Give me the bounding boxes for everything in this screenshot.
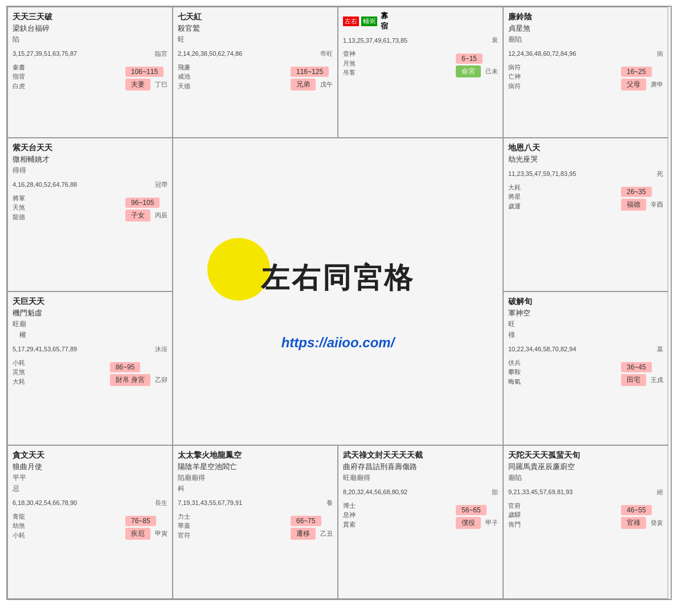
cell4-small-labels: 病符 亡神 病符 (508, 63, 521, 91)
cell8-ganzhi: 王戍 (651, 376, 663, 384)
cell9-age: 76~85 (125, 516, 156, 526)
cell1-badge: 夫妻 (125, 79, 150, 91)
cell12-title: 天陀天天天孤蜚天旬 (508, 449, 663, 461)
cell-7: 天巨天天 機門魁虛 旺廟 權 5,17,29,41,53,65,77,89 沐浴… (7, 291, 173, 445)
cell2-ganzhi: 戊午 (320, 80, 333, 89)
cell5-title: 紫天台天天 (13, 142, 168, 154)
cell9-age-row: 76~85 (125, 516, 168, 526)
cell9-subtitle: 狼曲月使 (13, 461, 168, 473)
cell5-numbers: 4,16,28,40,52,64,76,88 (13, 181, 77, 188)
cell3-badge-green: 命宮 (456, 65, 481, 77)
cell8-palace: 墓 (657, 345, 663, 354)
cell5-numbers-row: 4,16,28,40,52,64,76,88 冠帶 (13, 180, 168, 189)
cell1-age-row: 106~115 (125, 67, 168, 77)
cell7-age-row: 86~95 (110, 362, 168, 372)
cell6-subtitle: 劫光座哭 (508, 154, 663, 165)
cell12-numbers: 9,21,33,45,57,69,81,93 (508, 488, 573, 495)
cell5-age: 96~105 (125, 198, 160, 208)
cell10-small-labels: 力士 華蓋 官符 (178, 512, 190, 540)
cell10-numbers: 7,19,31,43,55,67,79,91 (178, 499, 242, 506)
cell9-ganzhi: 甲寅 (155, 529, 168, 538)
cell-12: 天陀天天天孤蜚天旬 同羅馬貴巫辰廉廚空 廟陷 9,21,33,45,57,69,… (503, 445, 668, 599)
cell8-numbers-row: 10,22,34,46,58,70,82,94 墓 (508, 345, 663, 354)
cell11-age-row: 56~65 (456, 505, 498, 515)
cell6-title: 地恩八天 (508, 142, 663, 154)
cell10-numbers-row: 7,19,31,43,55,67,79,91 養 (178, 499, 333, 507)
cell5-status: 得得 (13, 165, 168, 176)
cell10-status: 陷廟廟得 科 (178, 473, 333, 494)
cell3-ganzhi: 己未 (485, 67, 498, 76)
cell2-title: 七天紅 (178, 11, 333, 23)
cell-11: 武天祿文封天天天天截 曲府存昌詰刑喜壽傷路 旺廟廟得 8,20,32,44,56… (338, 445, 503, 599)
cell6-badge: 福德 (621, 199, 646, 211)
cell1-title: 天天三天破 (13, 11, 168, 23)
cell8-age-row: 36~45 (621, 362, 663, 372)
cell12-age-row: 46~55 (621, 505, 663, 515)
cell4-age-row: 16~25 (621, 67, 663, 77)
cell9-small-labels: 青龍 劫煞 小耗 (13, 512, 25, 540)
cell1-subtitle: 梁鈇台福碎 (13, 23, 168, 34)
cell2-numbers: 2,14,26,38,50,62,74,86 (178, 50, 242, 57)
cell6-numbers: 11,23,35,47,59,71,83,95 (508, 170, 576, 177)
cell8-status2: 祿 (508, 330, 663, 340)
cell10-ganzhi: 乙丑 (320, 529, 333, 538)
cell8-numbers: 10,22,34,46,58,70,82,94 (508, 346, 576, 352)
cell-3: 左右 輔弼 寡宿 1,13,25,37,49,61,73,85 衰 壹神 月煞 … (338, 7, 503, 138)
cell2-numbers-row: 2,14,26,38,50,62,74,86 帝旺 (178, 50, 333, 58)
cell7-ganzhi: 乙卯 (155, 376, 168, 384)
cell-6: 地恩八天 劫光座哭 11,23,35,47,59,71,83,95 死 大耗 將… (503, 138, 668, 291)
cell3-numbers-row: 1,13,25,37,49,61,73,85 衰 (343, 36, 498, 44)
cell8-title: 破解旬 (508, 295, 663, 307)
cell6-numbers-row: 11,23,35,47,59,71,83,95 死 (508, 170, 663, 178)
cell11-ganzhi: 甲子 (485, 519, 498, 527)
cell3-palace: 衰 (492, 36, 498, 44)
main-grid: 天天三天破 梁鈇台福碎 陷 3,15,27,39,51,63,75,87 臨官 … (6, 6, 672, 600)
center-cell: 左右同宮格 https://aiioo.com/ (173, 138, 503, 445)
cell5-ganzhi: 丙辰 (155, 211, 168, 220)
cell2-age-row: 116~125 (291, 67, 333, 77)
cell1-numbers-row: 3,15,27,39,51,63,75,87 臨官 (13, 50, 168, 58)
cell12-status: 廟陷 (508, 473, 663, 483)
cell8-age: 36~45 (621, 362, 652, 372)
cell2-status: 旺 (178, 34, 333, 45)
cell3-age: 6~15 (456, 54, 483, 64)
cell8-subtitle: 軍神空 (508, 307, 663, 319)
cell8-badge: 田宅 (621, 374, 646, 386)
cell11-subtitle: 曲府存昌詰刑喜壽傷路 (343, 461, 498, 473)
cell-1: 天天三天破 梁鈇台福碎 陷 3,15,27,39,51,63,75,87 臨官 … (7, 7, 173, 138)
cell7-status1: 旺廟 (13, 319, 168, 330)
cell7-numbers: 5,17,29,41,53,65,77,89 (13, 346, 77, 352)
cell2-badge: 兄弟 (291, 79, 316, 91)
cell-9: 貪文天天 狼曲月使 平平 忌 6,18,30,42,54,66,78,90 長生… (7, 445, 173, 599)
cell11-numbers: 8,20,32,44,56,68,80,92 (343, 488, 407, 495)
cell9-palace: 長生 (155, 499, 168, 507)
cell11-small-labels: 博士 息神 貫索 (343, 501, 356, 529)
cell5-palace: 冠帶 (155, 180, 168, 189)
cell7-small-labels: 小耗 災煞 大耗 (13, 358, 25, 387)
cell11-status: 旺廟廟得 (343, 473, 498, 483)
cell-2: 七天紅 殺官鷲 旺 2,14,26,38,50,62,74,86 帝旺 飛廉 咸… (173, 7, 338, 138)
cell8-small-labels: 伏兵 攀鞍 晦氣 (508, 358, 521, 387)
cell10-age: 66~75 (291, 516, 321, 526)
cell4-numbers-row: 12,24,36,48,60,72,84,96 病 (508, 50, 663, 58)
cell3-numbers: 1,13,25,37,49,61,73,85 (343, 37, 407, 44)
cell6-age-row: 26~35 (621, 187, 663, 197)
cell3-small-labels: 壹神 月煞 吊客 (343, 49, 356, 77)
cell3-age-row: 6~15 (456, 54, 498, 64)
cell11-badge: 僕役 (456, 517, 481, 529)
cell2-subtitle: 殺官鷲 (178, 23, 333, 34)
cell9-title: 貪文天天 (13, 449, 168, 461)
cell9-badge: 疾厄 (125, 528, 150, 540)
cell7-subtitle: 機門魁虛 (13, 307, 168, 319)
cell1-small-labels: 秦書 指背 白虎 (13, 63, 25, 91)
cell7-status2: 權 (19, 330, 168, 340)
cell10-badge: 遷移 (291, 528, 316, 540)
cell10-palace: 養 (326, 499, 333, 507)
cell11-title: 武天祿文封天天天天截 (343, 449, 498, 461)
cell4-title: 廉鈴陰 (508, 11, 663, 23)
cell12-numbers-row: 9,21,33,45,57,69,81,93 絕 (508, 488, 663, 496)
cell3-tag-red: 左右 (343, 17, 359, 26)
cell1-status: 陷 (13, 34, 168, 45)
cell6-palace: 死 (657, 170, 663, 178)
cell7-numbers-row: 5,17,29,41,53,65,77,89 沐浴 (13, 345, 168, 354)
